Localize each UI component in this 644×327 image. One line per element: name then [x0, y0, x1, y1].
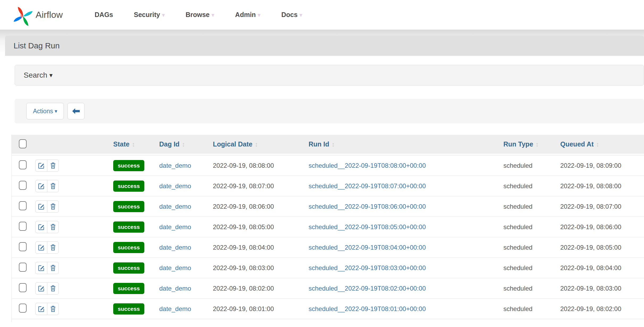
trash-icon [50, 264, 56, 271]
edit-icon [38, 244, 45, 251]
run-id-link[interactable]: scheduled__2022-09-19T08:08:00+00:00 [309, 162, 426, 169]
column-header-run-type[interactable]: Run Type↕ [501, 135, 558, 155]
status-badge: success [113, 303, 144, 315]
queued-at-value: 2022-09-19, 08:03:00 [560, 285, 621, 292]
caret-down-icon: ▾ [212, 12, 214, 19]
row-checkbox[interactable] [19, 283, 27, 292]
row-checkbox[interactable] [19, 304, 27, 313]
trash-icon [50, 223, 56, 230]
edit-row-button[interactable] [35, 282, 47, 295]
dag-id-link[interactable]: date_demo [159, 182, 191, 190]
edit-row-button[interactable] [35, 200, 47, 213]
sort-icon: ↕ [536, 141, 539, 148]
search-filter-toggle[interactable]: Search ▾ [15, 65, 644, 86]
delete-row-button[interactable] [47, 160, 59, 172]
trash-icon [50, 285, 56, 292]
sort-icon: ↕ [332, 141, 335, 148]
delete-row-button[interactable] [47, 282, 59, 295]
column-header-run-id[interactable]: Run Id↕ [306, 135, 501, 155]
trash-icon [50, 244, 56, 251]
status-badge: success [113, 160, 144, 171]
column-header-state[interactable]: State↕ [111, 135, 157, 155]
nav-item-label: Browse [186, 11, 209, 19]
queued-at-value: 2022-09-19, 08:08:00 [560, 182, 621, 190]
run-type-value: scheduled [503, 223, 532, 230]
run-type-value: scheduled [503, 203, 532, 210]
brand[interactable]: Airflow [12, 2, 63, 27]
list-dag-run-panel: List Dag Run Search ▾ Actions ▾ [5, 36, 644, 322]
panel-body: Search ▾ Actions ▾ [5, 56, 644, 322]
nav-item-browse[interactable]: Browse▾ [186, 11, 214, 19]
row-checkbox[interactable] [19, 263, 27, 272]
row-checkbox[interactable] [19, 242, 27, 251]
logical-date-value: 2022-09-19, 08:03:00 [213, 264, 274, 271]
navbar: Airflow DAGsSecurity▾Browse▾Admin▾Docs▾ [0, 0, 644, 30]
delete-row-button[interactable] [47, 241, 59, 254]
dag-id-link[interactable]: date_demo [159, 285, 191, 292]
queued-at-value: 2022-09-19, 08:02:00 [560, 305, 621, 312]
nav-item-label: DAGs [95, 11, 113, 19]
caret-down-icon: ▾ [162, 12, 165, 19]
left-arrow-icon [71, 108, 81, 115]
table-row: success date_demo 2022-09-19, 08:02:00 s… [12, 278, 644, 298]
status-badge: success [113, 221, 144, 233]
edit-row-button[interactable] [35, 180, 47, 192]
row-checkbox[interactable] [19, 222, 27, 231]
caret-down-icon: ▾ [49, 72, 53, 79]
edit-row-button[interactable] [35, 160, 47, 172]
sort-icon: ↕ [255, 141, 258, 148]
edit-icon [38, 264, 45, 271]
edit-icon [38, 305, 45, 312]
dag-id-link[interactable]: date_demo [159, 244, 191, 251]
nav-item-security[interactable]: Security▾ [134, 11, 165, 19]
airflow-logo-icon [12, 5, 34, 27]
row-checkbox[interactable] [19, 160, 27, 169]
edit-icon [38, 223, 45, 230]
brand-name: Airflow [36, 10, 63, 20]
edit-row-button[interactable] [35, 221, 47, 233]
dag-id-link[interactable]: date_demo [159, 264, 191, 271]
run-id-link[interactable]: scheduled__2022-09-19T08:01:00+00:00 [309, 305, 426, 312]
table-row: success date_demo 2022-09-19, 08:05:00 s… [12, 216, 644, 237]
delete-row-button[interactable] [47, 262, 59, 274]
actions-toolbar: Actions ▾ [15, 99, 644, 123]
delete-row-button[interactable] [47, 221, 59, 233]
dag-run-table: State↕ Dag Id↕ Logical Date↕ Run Id↕ Run… [11, 135, 644, 322]
caret-down-icon: ▾ [258, 12, 260, 19]
run-id-link[interactable]: scheduled__2022-09-19T08:03:00+00:00 [309, 264, 426, 271]
queued-at-value: 2022-09-19, 08:07:00 [560, 203, 621, 210]
actions-button[interactable]: Actions ▾ [26, 103, 64, 119]
trash-icon [50, 203, 56, 210]
select-all-checkbox[interactable] [19, 139, 27, 148]
trash-icon [50, 305, 56, 312]
dag-id-link[interactable]: date_demo [159, 203, 191, 210]
queued-at-value: 2022-09-19, 08:06:00 [560, 223, 621, 230]
run-id-link[interactable]: scheduled__2022-09-19T08:07:00+00:00 [309, 182, 426, 190]
nav-items: DAGsSecurity▾Browse▾Admin▾Docs▾ [95, 11, 323, 19]
run-id-link[interactable]: scheduled__2022-09-19T08:06:00+00:00 [309, 203, 426, 210]
column-header-logical-date[interactable]: Logical Date↕ [210, 135, 306, 155]
run-id-link[interactable]: scheduled__2022-09-19T08:02:00+00:00 [309, 285, 426, 292]
dag-id-link[interactable]: date_demo [159, 162, 191, 169]
edit-row-button[interactable] [35, 303, 47, 315]
nav-item-dags[interactable]: DAGs [95, 11, 113, 19]
row-checkbox[interactable] [19, 201, 27, 210]
run-id-link[interactable]: scheduled__2022-09-19T08:05:00+00:00 [309, 223, 426, 230]
delete-row-button[interactable] [47, 200, 59, 213]
edit-row-button[interactable] [35, 262, 47, 274]
nav-item-docs[interactable]: Docs▾ [281, 11, 302, 19]
row-checkbox[interactable] [19, 181, 27, 190]
dag-id-link[interactable]: date_demo [159, 223, 191, 230]
delete-row-button[interactable] [47, 180, 59, 192]
logical-date-value: 2022-09-19, 08:02:00 [213, 285, 274, 292]
column-header-dag-id[interactable]: Dag Id↕ [157, 135, 210, 155]
table-row: success date_demo 2022-09-19, 08:01:00 s… [12, 298, 644, 319]
column-header-queued-at[interactable]: Queued At↕ [558, 135, 644, 155]
edit-row-button[interactable] [35, 241, 47, 254]
back-button[interactable] [68, 103, 85, 119]
dag-id-link[interactable]: date_demo [159, 305, 191, 312]
run-id-link[interactable]: scheduled__2022-09-19T08:04:00+00:00 [309, 244, 426, 251]
status-badge: success [113, 181, 144, 192]
delete-row-button[interactable] [47, 303, 59, 315]
nav-item-admin[interactable]: Admin▾ [235, 11, 261, 19]
